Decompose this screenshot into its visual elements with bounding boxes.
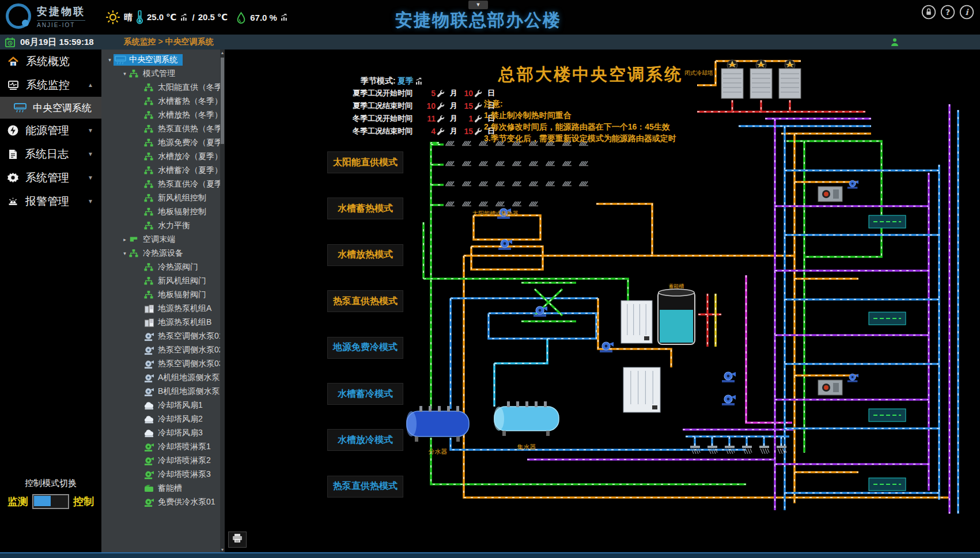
sidebar-item-1[interactable]: 系统概览 xyxy=(0,50,101,73)
mode-button-热泵直供热模式[interactable]: 热泵直供热模式 xyxy=(327,290,403,312)
calendar-icon xyxy=(5,37,16,48)
tree-expander-icon[interactable]: ▾ xyxy=(121,250,128,256)
mode-toggle-switch[interactable] xyxy=(32,494,69,509)
tree-item[interactable]: 地源热泵机组A xyxy=(101,302,220,316)
tree-item-label: 模式管理 xyxy=(143,69,175,79)
tree-item[interactable]: 新风机组阀门 xyxy=(101,274,220,288)
tree-item-label: 地板辐射控制 xyxy=(158,207,206,217)
node-icon xyxy=(143,221,155,231)
tree-item[interactable]: 水槽放冷（夏季） xyxy=(101,150,220,164)
user-icon[interactable] xyxy=(890,37,899,49)
tree-item[interactable]: 地源免费冷（夏季） xyxy=(101,136,220,150)
tree-item[interactable]: 冷却塔风扇3 xyxy=(101,426,220,440)
tree-expander-icon[interactable]: ▾ xyxy=(106,57,113,63)
tree-item[interactable]: ▾中央空调系统 xyxy=(101,53,220,67)
tree-item[interactable]: 冷却塔喷淋泵3 xyxy=(101,468,220,481)
tree-item[interactable]: 水力平衡 xyxy=(101,219,220,233)
mode-button-水槽蓄热模式[interactable]: 水槽蓄热模式 xyxy=(327,198,403,219)
mode-button-水槽蓄冷模式[interactable]: 水槽蓄冷模式 xyxy=(327,383,403,405)
tree-scrollbar[interactable]: ▲ ▼ xyxy=(220,50,225,553)
trend-chart-icon xyxy=(281,14,289,21)
tree-item[interactable]: 地板辐射阀门 xyxy=(101,288,220,302)
mode-button-水槽放热模式[interactable]: 水槽放热模式 xyxy=(327,244,403,266)
tree-item[interactable]: 蓄能槽 xyxy=(101,481,220,495)
ac-icon xyxy=(14,103,27,113)
lock-icon[interactable] xyxy=(921,5,936,20)
scroll-up-icon[interactable]: ▲ xyxy=(220,50,225,56)
sidebar-item-3[interactable]: 能源管理 ▼ xyxy=(0,119,101,142)
sidebar-item-label: 系统日志 xyxy=(25,147,69,162)
breadcrumb[interactable]: 系统监控 > 中央空调系统 xyxy=(124,37,214,47)
tree-item[interactable]: 水槽蓄冷（夏季） xyxy=(101,164,220,177)
tree-item[interactable]: ▸空调末端 xyxy=(101,233,220,246)
tree-item-label: 蓄能槽 xyxy=(158,483,182,494)
tree-item[interactable]: 冷却塔风扇1 xyxy=(101,398,220,412)
tree-item[interactable]: 热泵空调侧水泵01 xyxy=(101,329,220,343)
control-switch-title: 控制模式切换 xyxy=(0,478,101,489)
wrench-edit-icon[interactable] xyxy=(437,115,446,123)
wrench-edit-icon[interactable] xyxy=(474,102,483,110)
status-bar: 06月19日 15:59:18 系统监控 > 中央空调系统 xyxy=(0,35,980,50)
mode-button-水槽放冷模式[interactable]: 水槽放冷模式 xyxy=(327,429,403,451)
tree-item[interactable]: 热泵空调侧水泵03 xyxy=(101,357,220,371)
app-header: 安捷物联 ANJIE-IOT 晴 25.0 ℃ / 20.5 ℃ 67.0 % … xyxy=(0,0,980,35)
tree-item[interactable]: 热泵空调侧水泵02 xyxy=(101,343,220,357)
tree-expander-icon[interactable]: ▸ xyxy=(121,237,128,242)
tree-item[interactable]: 热泵直供热（冬季） xyxy=(101,122,220,136)
printer-icon xyxy=(232,533,243,546)
wrench-edit-icon[interactable] xyxy=(474,89,483,97)
control-mode-switch-area: 控制模式切换 监测 控制 xyxy=(0,478,101,509)
mode-button-热泵直供热模式[interactable]: 热泵直供热模式 xyxy=(327,476,403,498)
wrench-edit-icon[interactable] xyxy=(437,89,446,97)
tree-item[interactable]: 冷却塔风扇2 xyxy=(101,412,220,426)
season-setting-row: 冬季工况开始时间 11 月 1 日 xyxy=(353,113,498,124)
season-row-label: 冬季工况结束时间 xyxy=(353,126,423,136)
sidebar-item-2[interactable]: 系统监控 ▲ xyxy=(0,73,101,97)
temp-separator: / xyxy=(192,13,195,22)
wrench-edit-icon[interactable] xyxy=(437,102,446,110)
tree-item[interactable]: 冷热源阀门 xyxy=(101,260,220,274)
tree-item[interactable]: ▾模式管理 xyxy=(101,67,220,81)
tree-item[interactable]: 水槽蓄热（冬季） xyxy=(101,94,220,108)
print-button[interactable] xyxy=(228,532,247,548)
tree-item-label: 冷却塔风扇3 xyxy=(158,428,203,438)
wrench-edit-icon[interactable] xyxy=(474,127,483,135)
node-icon xyxy=(143,124,155,134)
node-icon xyxy=(143,207,155,217)
tree-item[interactable]: 太阳能直供（冬季） xyxy=(101,81,220,94)
mode-button-地源免费冷模式[interactable]: 地源免费冷模式 xyxy=(327,337,403,359)
tree-item[interactable]: ▾冷热源设备 xyxy=(101,246,220,260)
node-icon xyxy=(128,249,140,259)
header-collapse-button[interactable]: ▼ xyxy=(468,1,488,9)
water-pump xyxy=(498,240,512,250)
tree-item[interactable]: A机组地源侧水泵 xyxy=(101,371,220,385)
sidebar-subitem-中央空调系统[interactable]: 中央空调系统 xyxy=(0,97,101,119)
sidebar-item-label: 系统管理 xyxy=(25,170,69,185)
tree-item[interactable]: 水槽放热（冬季） xyxy=(101,108,220,122)
tree-item[interactable]: 地板辐射控制 xyxy=(101,205,220,219)
sidebar-item-6[interactable]: 报警管理 ▼ xyxy=(0,189,101,213)
help-icon[interactable]: ? xyxy=(940,5,955,20)
sidebar-item-4[interactable]: 系统日志 ▼ xyxy=(0,142,101,166)
tree-item-selected[interactable]: 中央空调系统 xyxy=(113,54,183,66)
tree-item-label: 热泵直供冷（夏季） xyxy=(158,179,225,189)
tree-item-label: 地板辐射阀门 xyxy=(158,290,206,300)
note-line: 3.季节变化后，需要重新设定模式为能源路由器或定时 xyxy=(484,132,676,144)
tree-expander-icon[interactable]: ▾ xyxy=(121,71,128,77)
tree-item[interactable]: 新风机组控制 xyxy=(101,191,220,205)
tree-item[interactable]: 热泵直供冷（夏季） xyxy=(101,177,220,191)
tree-item-label: 冷却塔喷淋泵1 xyxy=(158,442,211,452)
tree-item[interactable]: 地源热泵机组B xyxy=(101,316,220,329)
tree-item[interactable]: 冷却塔喷淋泵2 xyxy=(101,454,220,468)
sidebar-item-5[interactable]: 系统管理 ▼ xyxy=(0,166,101,189)
wrench-edit-icon[interactable] xyxy=(474,115,483,123)
wrench-edit-icon[interactable] xyxy=(437,127,446,135)
tree-item[interactable]: B机组地源侧水泵 xyxy=(101,385,220,398)
month-unit: 月 xyxy=(450,88,460,98)
tree-item[interactable]: 免费供冷水泵01 xyxy=(101,495,220,509)
info-icon[interactable]: i xyxy=(959,5,974,20)
heat-pump-unit xyxy=(623,367,660,412)
scrollbar-thumb[interactable] xyxy=(221,58,224,144)
tree-item[interactable]: 冷却塔喷淋泵1 xyxy=(101,440,220,454)
mode-button-太阳能直供模式[interactable]: 太阳能直供模式 xyxy=(327,151,403,173)
